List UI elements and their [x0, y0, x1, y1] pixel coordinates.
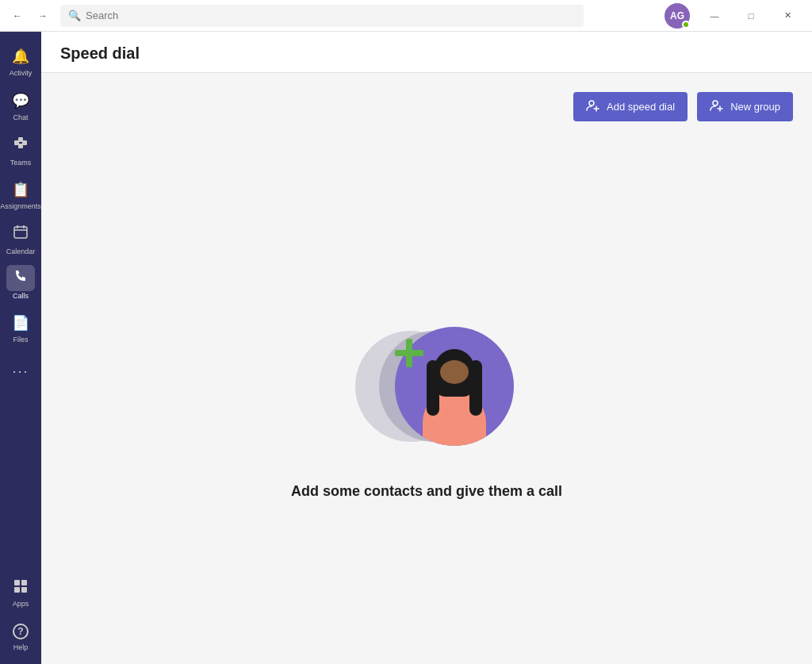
sidebar-label-calls: Calls — [13, 293, 29, 300]
app-body: 🔔 Activity 💬 Chat Teams — [0, 32, 812, 664]
sidebar-label-files: Files — [13, 336, 28, 344]
avatar-initials: AG — [670, 10, 684, 21]
sidebar-item-assignments[interactable]: 📋 Assignments — [2, 173, 40, 214]
chat-icon: 💬 — [12, 93, 29, 109]
sidebar-item-teams[interactable]: Teams — [2, 129, 40, 170]
more-icon: ··· — [12, 363, 29, 379]
back-button[interactable]: ← — [6, 5, 29, 27]
svg-rect-3 — [18, 144, 23, 148]
sidebar-label-activity: Activity — [10, 70, 33, 77]
add-speed-dial-label: Add speed dial — [607, 101, 675, 113]
avatar-status-indicator — [682, 21, 690, 29]
add-contact-icon — [393, 337, 425, 369]
main-content: Speed dial Add speed dial — [41, 32, 812, 664]
content-area: Add speed dial New group — [41, 73, 812, 664]
sidebar-item-activity[interactable]: 🔔 Activity — [2, 40, 40, 81]
sidebar-label-apps: Apps — [13, 601, 29, 608]
sidebar: 🔔 Activity 💬 Chat Teams — [0, 32, 41, 664]
page-header: Speed dial — [41, 32, 812, 73]
person-face — [440, 360, 469, 384]
sidebar-label-teams: Teams — [10, 159, 32, 167]
illustration — [324, 315, 530, 458]
sidebar-label-assignments: Assignments — [0, 203, 41, 210]
svg-point-12 — [589, 101, 594, 106]
calls-icon — [13, 271, 29, 287]
svg-rect-8 — [14, 580, 20, 585]
sidebar-item-apps[interactable]: Apps — [2, 570, 40, 612]
sidebar-item-help[interactable]: ? Help — [2, 615, 40, 656]
plus-horizontal — [395, 350, 423, 356]
titlebar: ← → 🔍 AG — □ ✕ — [0, 0, 812, 32]
svg-rect-10 — [14, 587, 20, 593]
window-controls: — □ ✕ — [696, 0, 806, 32]
add-speed-dial-icon — [586, 98, 600, 115]
sidebar-item-calls[interactable]: Calls — [2, 262, 40, 303]
toolbar: Add speed dial New group — [60, 92, 793, 121]
svg-point-15 — [713, 101, 718, 106]
svg-rect-2 — [18, 137, 23, 142]
maximize-button[interactable]: □ — [733, 0, 769, 32]
empty-state: Add some contacts and give them a call — [291, 169, 562, 645]
sidebar-bottom: Apps ? Help — [2, 569, 40, 664]
svg-rect-11 — [21, 587, 27, 593]
activity-icon: 🔔 — [12, 48, 29, 64]
sidebar-item-more[interactable]: ··· — [2, 351, 40, 392]
calendar-icon — [13, 227, 29, 243]
empty-state-text: Add some contacts and give them a call — [291, 483, 562, 500]
teams-icon — [13, 138, 29, 154]
new-group-icon — [710, 98, 724, 115]
close-button[interactable]: ✕ — [769, 0, 806, 32]
sidebar-label-chat: Chat — [13, 114, 28, 121]
nav-buttons: ← → — [6, 5, 54, 27]
avatar-button[interactable]: AG — [665, 3, 690, 29]
minimize-button[interactable]: — — [696, 0, 733, 32]
new-group-label: New group — [730, 101, 780, 113]
page-title: Speed dial — [60, 44, 793, 72]
sidebar-label-help: Help — [13, 644, 29, 651]
new-group-button[interactable]: New group — [697, 92, 793, 121]
apps-icon — [13, 588, 29, 596]
svg-rect-4 — [14, 227, 27, 238]
search-input[interactable] — [86, 10, 576, 21]
add-speed-dial-button[interactable]: Add speed dial — [573, 92, 688, 121]
assignments-icon: 📋 — [12, 182, 29, 198]
forward-button[interactable]: → — [32, 5, 54, 27]
search-icon: 🔍 — [68, 10, 81, 21]
search-bar[interactable]: 🔍 — [60, 5, 584, 27]
sidebar-label-calendar: Calendar — [6, 248, 36, 255]
help-icon: ? — [13, 624, 29, 639]
svg-rect-9 — [21, 580, 27, 585]
sidebar-item-calendar[interactable]: Calendar — [2, 217, 40, 259]
files-icon: 📄 — [12, 315, 29, 331]
sidebar-item-files[interactable]: 📄 Files — [2, 306, 40, 347]
sidebar-item-chat[interactable]: 💬 Chat — [2, 84, 40, 125]
